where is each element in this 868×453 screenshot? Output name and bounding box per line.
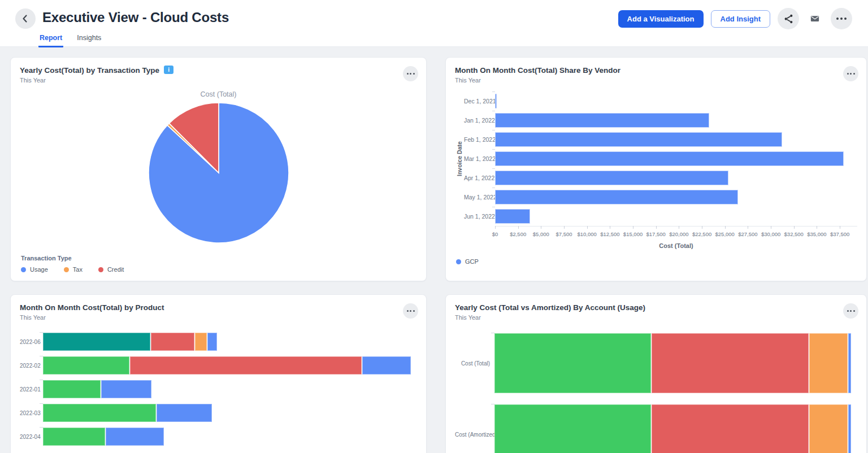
dashboard-grid: Yearly Cost(Total) by Transaction Typei … xyxy=(0,47,868,453)
add-visualization-button[interactable]: Add a Visualization xyxy=(618,10,704,28)
stacked-bar-chart-account: Cost (Total)Cost (Amortized) xyxy=(455,328,857,453)
bar-row: Apr 1, 2022 xyxy=(464,168,857,188)
tab-insights[interactable]: Insights xyxy=(76,33,102,47)
x-tick-label: $10,000 xyxy=(578,231,597,237)
y-tick-label: 2022-03 xyxy=(20,410,43,416)
x-tick-label: $15,000 xyxy=(623,231,643,237)
legend-item-usage[interactable]: Usage xyxy=(21,266,48,273)
x-tick-label: $27,500 xyxy=(738,231,757,237)
bar-segment[interactable] xyxy=(848,404,851,453)
bar-segment[interactable] xyxy=(848,333,851,393)
x-tick xyxy=(817,226,817,229)
x-tick-label: $20,000 xyxy=(669,231,688,237)
bar-row: Feb 1, 2022 xyxy=(464,130,857,149)
bar-jan-1-2022[interactable] xyxy=(495,113,709,128)
share-icon xyxy=(783,14,794,24)
add-insight-button[interactable]: Add Insight xyxy=(711,10,771,28)
bar-segment[interactable] xyxy=(129,356,362,374)
bar-segment[interactable] xyxy=(194,333,207,351)
bar-segment[interactable] xyxy=(43,428,105,446)
bar-segment[interactable] xyxy=(809,404,848,453)
x-tick-label: $22,500 xyxy=(692,231,711,237)
stacked-bar-row: Cost (Total) xyxy=(455,328,857,399)
x-tick-label: $17,500 xyxy=(646,231,666,237)
legend-dot xyxy=(64,267,69,272)
x-tick-label: $5,000 xyxy=(533,231,549,237)
legend-title: Transaction Type xyxy=(21,255,124,262)
x-tick xyxy=(541,226,541,229)
bar-segment[interactable] xyxy=(494,404,651,453)
x-tick xyxy=(564,226,565,229)
bar-segment[interactable] xyxy=(150,333,194,351)
panel-subtitle: This Year xyxy=(20,314,418,321)
tab-report[interactable]: Report xyxy=(38,33,63,47)
bar-row: Dec 1, 2021 xyxy=(464,92,857,111)
y-tick-label: Jan 1, 2022 xyxy=(464,117,495,124)
info-icon[interactable]: i xyxy=(164,66,173,74)
panel-title: Month On Month Cost(Total) by Product xyxy=(20,303,164,312)
stacked-bar-row: 2022-03 xyxy=(20,401,420,425)
envelope-icon xyxy=(810,12,820,25)
chart-legend: GCP xyxy=(456,258,857,265)
y-tick-label: Mar 1, 2022 xyxy=(464,155,495,162)
bar-dec-1-2021[interactable] xyxy=(495,94,497,108)
stacked-bar-row: 2022-01 xyxy=(20,377,420,401)
bar-jun-1-2022[interactable] xyxy=(495,209,530,224)
stacked-bar-row: 2022-02 xyxy=(20,354,420,377)
panel-subtitle: This Year xyxy=(20,77,418,84)
bar-feb-1-2022[interactable] xyxy=(495,132,782,147)
ellipsis-icon xyxy=(836,18,839,20)
ellipsis-icon xyxy=(847,73,849,75)
share-button[interactable] xyxy=(778,8,799,29)
ellipsis-icon xyxy=(407,310,409,312)
y-tick-label: Jun 1, 2022 xyxy=(464,213,495,220)
panel-title: Month On Month Cost(Total) Share By Vend… xyxy=(455,66,620,75)
y-tick-label: Apr 1, 2022 xyxy=(464,175,495,181)
app-header: Executive View - Cloud Costs Add a Visua… xyxy=(0,0,868,47)
bar-segment[interactable] xyxy=(494,333,651,393)
bar-segment[interactable] xyxy=(651,404,809,453)
x-axis: $0$2,500$5,000$7,500$10,000$12,500$15,00… xyxy=(495,226,857,241)
bar-apr-1-2022[interactable] xyxy=(495,171,728,185)
bar-segment[interactable] xyxy=(43,356,129,374)
bar-segment[interactable] xyxy=(43,380,101,398)
bar-segment[interactable] xyxy=(156,404,212,422)
bar-segment[interactable] xyxy=(651,333,809,393)
panel-menu-button[interactable] xyxy=(843,303,858,319)
panel-title: Yearly Cost (Total vs Amortized) By Acco… xyxy=(455,303,645,312)
email-button[interactable] xyxy=(806,10,823,27)
panel-menu-button[interactable] xyxy=(403,303,418,319)
stacked-bar-chart-product: 2022-062022-022022-012022-032022-04 xyxy=(20,330,420,453)
legend-dot xyxy=(21,267,26,272)
back-button[interactable] xyxy=(15,8,36,29)
legend-item-gcp[interactable]: GCP xyxy=(456,258,479,265)
pie-chart-transaction-type: Cost (Total)Transaction TypeUsageTaxCred… xyxy=(20,90,417,274)
legend-dot xyxy=(98,267,103,272)
bar-segment[interactable] xyxy=(101,380,152,398)
report-tabs: Report Insights xyxy=(38,33,859,47)
panel-transaction-type: Yearly Cost(Total) by Transaction Typei … xyxy=(10,57,427,281)
bar-chart-vendor: Invoice DateDec 1, 2021Jan 1, 2022Feb 1,… xyxy=(455,92,857,274)
bar-may-1-2022[interactable] xyxy=(495,190,738,204)
x-tick xyxy=(794,226,795,229)
x-tick xyxy=(610,226,610,229)
chart-title: Cost (Total) xyxy=(201,90,237,98)
stacked-bar-row: 2022-04 xyxy=(20,425,420,448)
more-options-button[interactable] xyxy=(831,8,852,29)
bar-segment[interactable] xyxy=(105,428,164,446)
bar-segment[interactable] xyxy=(362,356,411,374)
panel-menu-button[interactable] xyxy=(843,66,858,81)
bar-mar-1-2022[interactable] xyxy=(495,151,844,166)
bar-segment[interactable] xyxy=(207,333,217,351)
x-tick-label: $7,500 xyxy=(555,231,572,237)
panel-vendor-share: Month On Month Cost(Total) Share By Vend… xyxy=(445,57,867,281)
legend-item-credit[interactable]: Credit xyxy=(98,266,124,273)
bar-segment[interactable] xyxy=(43,333,150,351)
legend-item-tax[interactable]: Tax xyxy=(64,266,83,273)
chevron-left-icon xyxy=(20,13,31,24)
x-tick xyxy=(725,226,726,229)
y-tick-label: Cost (Total) xyxy=(455,360,494,367)
bar-segment[interactable] xyxy=(809,333,848,393)
panel-menu-button[interactable] xyxy=(403,66,418,81)
bar-segment[interactable] xyxy=(43,404,156,422)
